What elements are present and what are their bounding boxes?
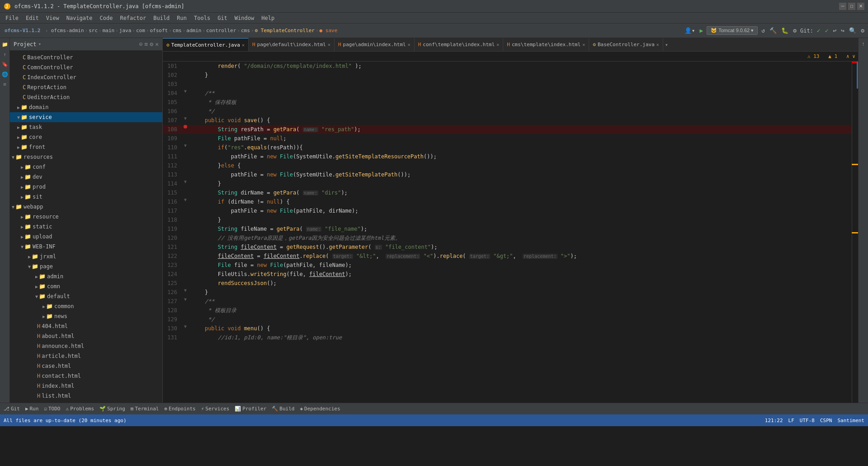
breadcrumb-item[interactable]: java xyxy=(119,28,132,33)
project-icon[interactable]: 📁 xyxy=(0,40,9,49)
profiler-toolbar-item[interactable]: 📊 Profiler xyxy=(235,406,266,412)
run-icon[interactable]: ▶ xyxy=(698,26,704,35)
tree-item-service[interactable]: ▼ 📁 service xyxy=(10,112,162,122)
endpoints-toolbar-item[interactable]: ⊕ Endpoints xyxy=(164,406,195,412)
tree-item-about[interactable]: H about.html xyxy=(10,331,162,341)
fold-arrow[interactable]: ▼ xyxy=(184,288,187,293)
problems-toolbar-item[interactable]: ⚠ Problems xyxy=(66,406,94,412)
search-icon[interactable]: 🔍 xyxy=(848,26,857,35)
fold-arrow[interactable]: ▼ xyxy=(184,197,187,202)
tab-page-default[interactable]: H page\default\index.html ✕ xyxy=(249,38,335,52)
tree-item-prod[interactable]: ▶ 📁 prod xyxy=(10,182,162,192)
profile-icon[interactable]: 👤▾ xyxy=(684,26,696,35)
title-bar-controls[interactable]: ─ □ ✕ xyxy=(839,3,864,10)
dependencies-toolbar-item[interactable]: ◈ Dependencies xyxy=(300,406,340,412)
breadcrumb-item[interactable]: main xyxy=(103,28,115,33)
tree-item-article[interactable]: H article.html xyxy=(10,351,162,361)
todo-toolbar-item[interactable]: ☑ TODO xyxy=(44,406,60,412)
menu-code[interactable]: Code xyxy=(96,14,117,22)
maximize-button[interactable]: □ xyxy=(848,3,855,10)
tree-item-domain[interactable]: ▶ 📁 domain xyxy=(10,102,162,112)
breadcrumb-item[interactable]: ⚙ TemplateController xyxy=(255,28,314,33)
tree-item-jrxml[interactable]: ▶ 📁 jrxml xyxy=(10,252,162,262)
web-icon[interactable]: 🌐 xyxy=(0,70,9,79)
tree-item-resources[interactable]: ▼ 📁 resources xyxy=(10,152,162,162)
tree-item-core[interactable]: ▶ 📁 core xyxy=(10,132,162,142)
tree-item-404[interactable]: H 404.html xyxy=(10,321,162,331)
gear-icon[interactable]: ⚙ xyxy=(860,26,865,35)
git-toolbar-item[interactable]: ⎇ Git xyxy=(4,406,20,412)
tab-templatecontroller[interactable]: ⚙ TemplateController.java ✕ xyxy=(163,38,249,52)
tab-cms-template[interactable]: H cms\template\index.html ✕ xyxy=(503,38,589,52)
fold-arrow[interactable]: ▼ xyxy=(184,143,187,148)
breadcrumb-item[interactable]: cms xyxy=(173,28,182,33)
fold-arrow[interactable]: ▼ xyxy=(184,297,187,302)
tree-item-announce[interactable]: H announce.html xyxy=(10,341,162,351)
menu-navigate[interactable]: Navigate xyxy=(63,14,96,22)
breadcrumb-item[interactable]: com xyxy=(136,28,145,33)
tab-close-icon[interactable]: ✕ xyxy=(408,42,410,47)
tree-item-front[interactable]: ▶ 📁 front xyxy=(10,142,162,152)
menu-window[interactable]: Window xyxy=(231,14,258,22)
menu-build[interactable]: Build xyxy=(150,14,173,22)
close-button[interactable]: ✕ xyxy=(857,3,864,10)
tree-item-index[interactable]: H index.html xyxy=(10,381,162,391)
run-toolbar-item[interactable]: ▶ Run xyxy=(25,406,39,412)
tab-basecontroller[interactable]: ⚙ BaseController.java ✕ xyxy=(589,38,663,52)
tree-item-webinf[interactable]: ▼ 📁 WEB-INF xyxy=(10,242,162,252)
tab-close-icon[interactable]: ✕ xyxy=(656,42,659,47)
menu-refactor[interactable]: Refactor xyxy=(116,14,150,22)
menu-git[interactable]: Git xyxy=(214,14,231,22)
minimize-button[interactable]: ─ xyxy=(839,3,846,10)
tree-item-contact[interactable]: H contact.html xyxy=(10,371,162,381)
code-editor[interactable]: 101 render( "/domain/cms/template/index.… xyxy=(163,62,858,403)
tabs-more-button[interactable]: ▾ xyxy=(663,42,670,48)
services-toolbar-item[interactable]: ⚡ Services xyxy=(201,406,230,412)
fold-arrow[interactable]: ▼ xyxy=(184,324,187,329)
git-check-icon[interactable]: ✓ xyxy=(816,26,821,35)
tree-item-ueditoraction[interactable]: C UeditorAction xyxy=(10,92,162,102)
tree-item-sit[interactable]: ▶ 📁 sit xyxy=(10,192,162,202)
tree-item-resource[interactable]: ▶ 📁 resource xyxy=(10,212,162,222)
spring-toolbar-item[interactable]: 🌱 Spring xyxy=(99,406,125,412)
settings-icon[interactable]: ⚙ xyxy=(792,26,797,35)
tree-item-webapp[interactable]: ▼ 📁 webapp xyxy=(10,202,162,212)
close-panel-icon[interactable]: ✕ xyxy=(155,41,159,48)
build-toolbar-item[interactable]: 🔨 Build xyxy=(272,406,294,412)
tree-item-list[interactable]: H list.html xyxy=(10,391,162,401)
tree-item-dev[interactable]: ▶ 📁 dev xyxy=(10,172,162,182)
menu-file[interactable]: File xyxy=(2,14,22,22)
tree-item-conf[interactable]: ▶ 📁 conf xyxy=(10,162,162,172)
breadcrumb-item[interactable]: src xyxy=(89,28,98,33)
menu-view[interactable]: View xyxy=(42,14,63,22)
git-undo-icon[interactable]: ↩ xyxy=(832,26,838,35)
build-icon[interactable]: 🔨 xyxy=(769,26,778,35)
tree-item-upload[interactable]: ▶ 📁 upload xyxy=(10,232,162,242)
tree-item-default[interactable]: ▼ 📁 default xyxy=(10,291,162,301)
collapse-icon[interactable]: ≡ xyxy=(145,41,148,48)
tab-close-icon[interactable]: ✕ xyxy=(328,42,330,47)
git-redo-icon[interactable]: ↪ xyxy=(840,26,845,35)
breadcrumb-item[interactable]: cms xyxy=(241,28,250,33)
tree-item-common[interactable]: ▶ 📁 common xyxy=(10,301,162,311)
breadcrumb-item[interactable]: ofcms-admin xyxy=(51,28,84,33)
tab-close-icon[interactable]: ✕ xyxy=(496,42,499,47)
tab-close-icon[interactable]: ✕ xyxy=(242,43,245,48)
tomcat-button[interactable]: 🐱 Tomcat 9.0.62 ▾ xyxy=(707,26,758,35)
tree-item-comn[interactable]: ▶ 📁 comn xyxy=(10,281,162,291)
notifications-icon[interactable]: ! xyxy=(859,40,868,49)
tab-conf-template[interactable]: H conf\template\index.html ✕ xyxy=(415,38,504,52)
tab-page-admin[interactable]: H page\admin\index.html ✕ xyxy=(335,38,415,52)
tree-item-case[interactable]: H case.html xyxy=(10,361,162,371)
breadcrumb-item[interactable]: ● save xyxy=(320,28,338,33)
commit-icon[interactable]: ↑ xyxy=(0,50,9,59)
tree-item-indexcontroller[interactable]: C IndexController xyxy=(10,72,162,82)
fold-arrow[interactable]: ▼ xyxy=(184,89,187,94)
terminal-toolbar-item[interactable]: ⊞ Terminal xyxy=(131,406,159,412)
breadcrumb-item[interactable]: ofsoft xyxy=(150,28,168,33)
structure-icon[interactable]: ≡ xyxy=(0,80,9,89)
bookmark-icon[interactable]: 🔖 xyxy=(0,60,9,69)
tree-item-static[interactable]: ▶ 📁 static xyxy=(10,222,162,232)
tree-item-admin[interactable]: ▶ 📁 admin xyxy=(10,271,162,281)
menu-edit[interactable]: Edit xyxy=(22,14,42,22)
